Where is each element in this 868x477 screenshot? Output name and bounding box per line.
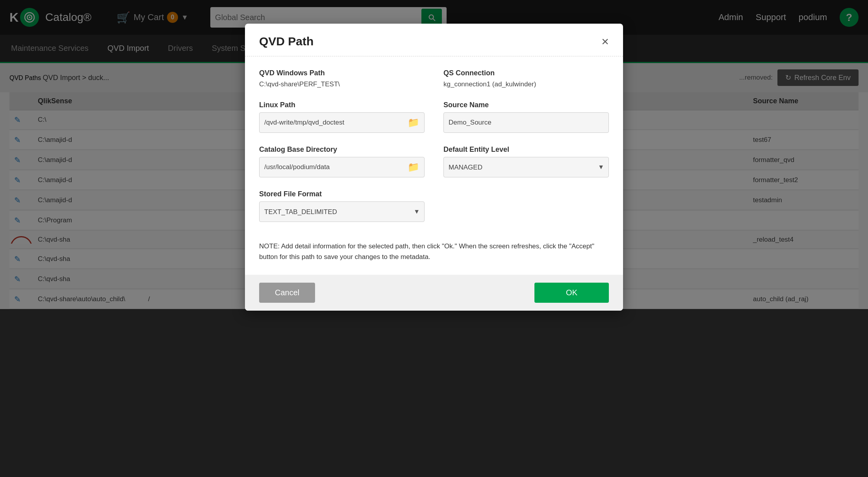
source-name-label: Source Name <box>443 101 609 109</box>
linux-path-input-wrapper: 📁 <box>259 112 425 133</box>
note-text: NOTE: Add detail information for the sel… <box>259 241 609 262</box>
qs-connection-value: kg_connection1 (ad_kulwinder) <box>443 80 609 88</box>
catalog-base-dir-group: Catalog Base Directory 📁 <box>259 145 425 177</box>
source-name-input-wrapper <box>443 112 609 133</box>
windows-path-group: QVD Windows Path C:\qvd-share\PERF_TEST\ <box>259 69 425 88</box>
modal-overlay: QVD Path × QVD Windows Path C:\qvd-share… <box>0 0 868 477</box>
catalog-base-dir-input[interactable] <box>264 163 408 171</box>
windows-path-label: QVD Windows Path <box>259 69 425 77</box>
default-entity-level-group: Default Entity Level MANAGED UNMANAGED C… <box>443 145 609 177</box>
modal-grid: QVD Windows Path C:\qvd-share\PERF_TEST\… <box>259 69 609 262</box>
ok-button[interactable]: OK <box>534 283 609 303</box>
modal-header: QVD Path × <box>245 24 623 56</box>
modal-close-button[interactable]: × <box>601 35 609 48</box>
modal-body: QVD Windows Path C:\qvd-share\PERF_TEST\… <box>245 56 623 275</box>
stored-file-format-group: Stored File Format TEXT_TAB_DELIMITED CS… <box>259 190 609 222</box>
linux-path-label: Linux Path <box>259 101 425 109</box>
stored-file-format-select[interactable]: TEXT_TAB_DELIMITED CSV PARQUET <box>259 201 425 222</box>
source-name-group: Source Name <box>443 101 609 133</box>
windows-path-value: C:\qvd-share\PERF_TEST\ <box>259 80 425 88</box>
linux-path-folder-icon[interactable]: 📁 <box>408 117 419 128</box>
modal-footer: Cancel OK <box>245 275 623 311</box>
catalog-base-dir-folder-icon[interactable]: 📁 <box>408 162 419 173</box>
qs-connection-group: QS Connection kg_connection1 (ad_kulwind… <box>443 69 609 88</box>
cancel-button[interactable]: Cancel <box>259 283 315 303</box>
default-entity-level-select-wrapper: MANAGED UNMANAGED CUSTOM <box>443 157 609 177</box>
modal-title: QVD Path <box>259 35 313 48</box>
qs-connection-label: QS Connection <box>443 69 609 77</box>
stored-file-format-select-wrapper: TEXT_TAB_DELIMITED CSV PARQUET <box>259 201 425 222</box>
catalog-base-dir-label: Catalog Base Directory <box>259 145 425 154</box>
default-entity-level-select[interactable]: MANAGED UNMANAGED CUSTOM <box>443 157 609 177</box>
default-entity-level-label: Default Entity Level <box>443 145 609 154</box>
linux-path-input[interactable] <box>264 119 408 127</box>
source-name-input[interactable] <box>449 119 604 127</box>
linux-path-group: Linux Path 📁 <box>259 101 425 133</box>
qvd-path-modal: QVD Path × QVD Windows Path C:\qvd-share… <box>245 24 623 311</box>
stored-file-format-label: Stored File Format <box>259 190 609 198</box>
catalog-base-dir-input-wrapper: 📁 <box>259 157 425 177</box>
note-group: NOTE: Add detail information for the sel… <box>259 235 609 262</box>
